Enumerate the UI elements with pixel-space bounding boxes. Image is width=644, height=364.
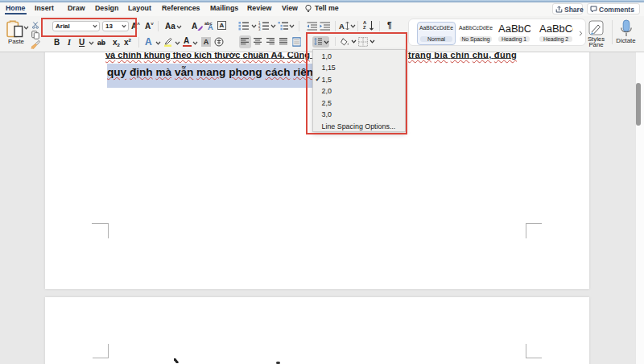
svg-text:3: 3 <box>258 27 261 31</box>
